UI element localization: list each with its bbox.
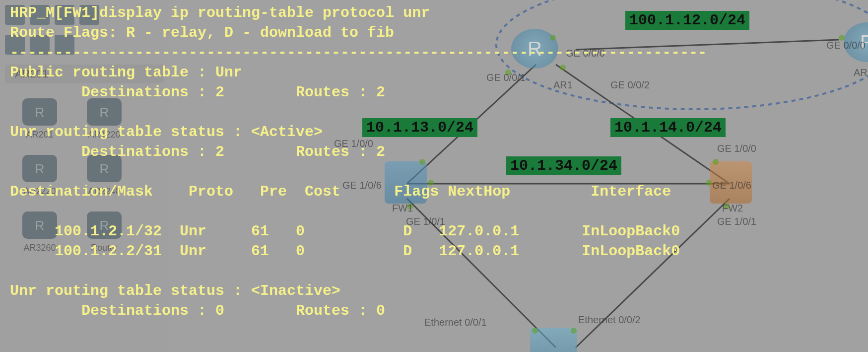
link-endpoint-dot (428, 180, 434, 186)
router-icon (87, 155, 122, 182)
palette-selected-label: AR201 (5, 65, 164, 83)
palette-item[interactable]: Router (79, 211, 129, 253)
link-endpoint-dot (706, 180, 712, 186)
router-icon (22, 211, 57, 239)
iface-label: GE 1/0/0 (334, 138, 373, 149)
device-label: FW1 (392, 203, 413, 214)
palette-item[interactable]: AR1220 (79, 98, 129, 140)
router-category-icon[interactable] (5, 5, 25, 25)
wlan-category-icon[interactable] (55, 5, 74, 25)
iface-label: GE 1/0/1 (406, 216, 445, 227)
network-label-wan: 100.1.12.0/24 (625, 11, 749, 30)
iface-label: GE 0/0/0 (826, 40, 866, 51)
device-label: AR2 (854, 67, 868, 78)
router-icon (22, 98, 57, 126)
palette-item[interactable]: AR201 (15, 98, 65, 140)
network-label-34: 10.1.34.0/24 (506, 156, 621, 175)
iface-label: GE 1/0/6 (342, 180, 382, 191)
router-icon (22, 155, 57, 182)
cloud-category-icon[interactable] (30, 35, 50, 55)
link-endpoint-dot (550, 35, 556, 41)
link-endpoint-dot (532, 328, 538, 334)
network-label-13: 10.1.13.0/24 (362, 118, 477, 137)
palette-item[interactable]: AR2220 (15, 155, 65, 197)
network-label-14: 10.1.14.0/24 (610, 118, 726, 137)
iface-label: GE 0/0/2 (610, 79, 650, 91)
palette-toolbar (0, 0, 169, 30)
palette-toolbar-2 (0, 30, 169, 60)
iface-label: GE 0/0/0 (566, 48, 605, 59)
device-label: FW2 (722, 203, 743, 214)
device-label: AR1 (553, 79, 573, 91)
palette-device-list: AR201 AR1220 AR2220 AR2240 AR3260 Router (0, 88, 169, 263)
router-icon (87, 98, 122, 126)
firewall-category-icon[interactable] (79, 5, 99, 25)
iface-label: Ethernet 0/0/2 (578, 314, 641, 326)
iface-label: Ethernet 0/0/1 (424, 317, 487, 328)
link-endpoint-dot (560, 65, 566, 70)
palette-item[interactable]: AR3260 (15, 211, 65, 253)
link-endpoint-dot (571, 328, 577, 334)
svg-line-3 (576, 40, 839, 50)
iface-label: GE 0/0/1 (486, 72, 526, 83)
router-icon (87, 211, 122, 239)
switch-category-icon[interactable] (30, 5, 50, 25)
iface-label: GE 1/0/6 (712, 180, 751, 191)
pc-category-icon[interactable] (5, 35, 25, 55)
iface-label: GE 1/0/0 (717, 143, 756, 154)
link-endpoint-dot (713, 159, 719, 165)
iface-label: GE 1/0/1 (717, 216, 756, 227)
device-fw1[interactable] (385, 161, 427, 204)
link-category-icon[interactable] (55, 35, 74, 55)
link-endpoint-dot (419, 159, 425, 165)
palette-item[interactable]: AR2240 (79, 155, 129, 197)
device-palette: AR201 AR201 AR1220 AR2220 AR2240 AR3260 … (0, 0, 169, 352)
